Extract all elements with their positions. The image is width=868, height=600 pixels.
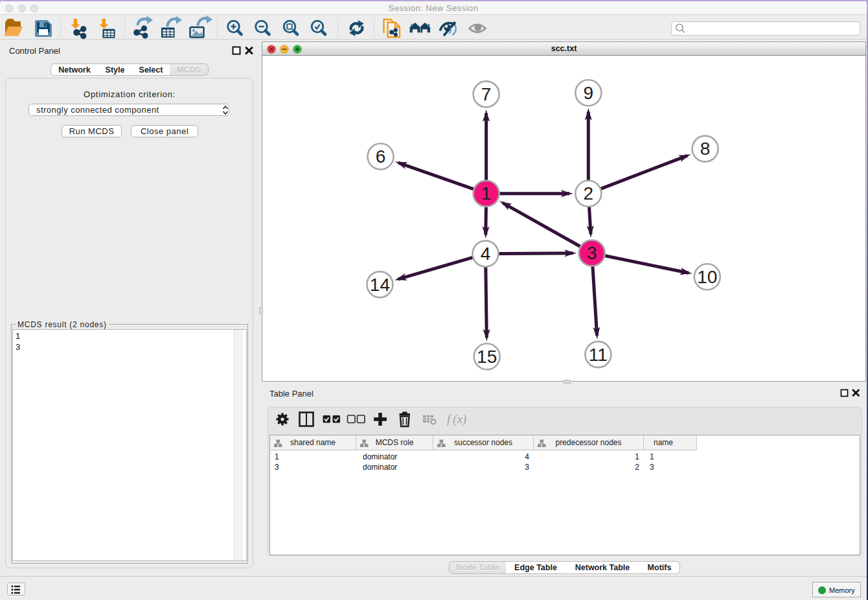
svg-text:14: 14 xyxy=(370,275,390,295)
svg-text:7: 7 xyxy=(481,84,492,104)
svg-text:1: 1 xyxy=(481,183,492,203)
svg-text:11: 11 xyxy=(589,345,608,365)
svg-text:10: 10 xyxy=(697,267,717,287)
svg-text:6: 6 xyxy=(376,146,386,167)
svg-text:3: 3 xyxy=(587,243,597,263)
svg-text:2: 2 xyxy=(584,183,594,203)
svg-text:Memory: Memory xyxy=(829,586,855,594)
svg-text:4: 4 xyxy=(481,244,491,264)
svg-text:8: 8 xyxy=(700,139,711,159)
svg-text:9: 9 xyxy=(584,83,594,103)
svg-text:15: 15 xyxy=(477,347,497,367)
